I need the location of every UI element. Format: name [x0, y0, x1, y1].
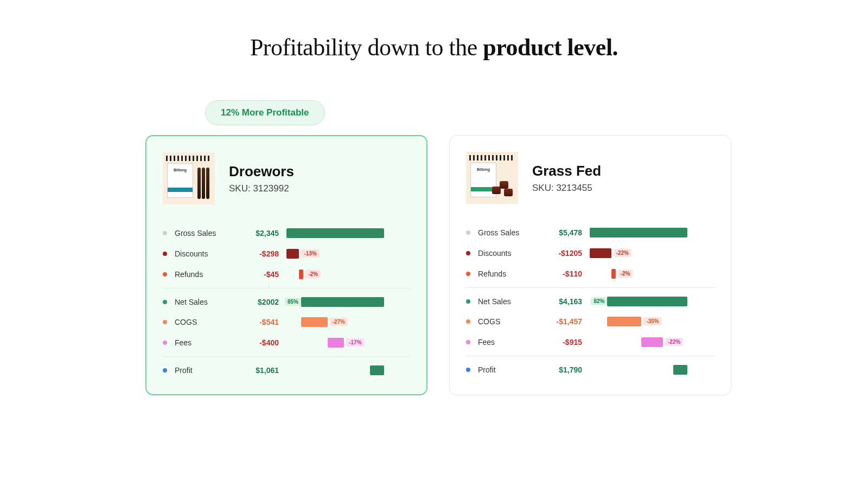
metric-value-cogs: -$541	[239, 318, 282, 326]
metric-bar-gross_sales	[590, 228, 687, 237]
metric-row-net_sales: Net Sales $4,163 82%	[466, 287, 714, 311]
legend-dot-profit	[466, 368, 470, 372]
metric-value-refunds: -$110	[542, 269, 585, 278]
metric-bar-net_sales: 85%	[286, 297, 384, 307]
metric-row-refunds: Refunds -$45 -2%	[163, 264, 410, 285]
metric-label-gross_sales: Gross Sales	[175, 229, 234, 237]
metric-value-profit: $1,061	[239, 366, 282, 375]
metric-bar-discounts: -13%	[286, 249, 384, 259]
metric-bar-cogs: -35%	[590, 317, 687, 326]
product-sku: SKU: 3213455	[532, 183, 601, 194]
metric-label-profit: Profit	[478, 365, 538, 374]
metric-bar-fees: -22%	[590, 337, 687, 347]
product-card-droewors[interactable]: Biltong Droewors SKU: 3123992 Gross Sale…	[145, 135, 427, 395]
metric-value-net_sales: $2002	[239, 298, 282, 306]
metric-value-net_sales: $4,163	[542, 297, 585, 306]
legend-dot-fees	[466, 340, 470, 344]
legend-dot-fees	[163, 341, 167, 345]
metric-label-discounts: Discounts	[478, 249, 538, 258]
metric-label-fees: Fees	[478, 338, 538, 346]
legend-dot-refunds	[163, 272, 167, 277]
pct-badge-cogs: -27%	[330, 318, 348, 326]
metric-rows: Gross Sales $5,478 Discounts -$1205 -22%…	[466, 222, 714, 380]
legend-dot-cogs	[466, 319, 470, 324]
metric-row-net_sales: Net Sales $2002 85%	[163, 288, 410, 312]
metric-rows: Gross Sales $2,345 Discounts -$298 -13% …	[163, 223, 410, 380]
metric-label-net_sales: Net Sales	[175, 298, 234, 306]
metric-label-refunds: Refunds	[175, 270, 234, 279]
metric-label-gross_sales: Gross Sales	[478, 228, 538, 237]
legend-dot-profit	[163, 368, 167, 373]
product-card-grassfed[interactable]: Biltong Grass Fed SKU: 3213455 Gross Sal…	[449, 135, 731, 395]
metric-bar-profit	[590, 365, 687, 375]
pct-badge-discounts: -22%	[614, 249, 631, 257]
product-sku: SKU: 3123992	[229, 183, 294, 194]
pct-badge-discounts: -13%	[301, 249, 319, 258]
metric-bar-discounts: -22%	[590, 248, 687, 258]
metric-row-profit: Profit $1,790	[466, 356, 714, 380]
metric-label-fees: Fees	[175, 338, 234, 347]
product-header: Biltong Droewors SKU: 3123992	[163, 152, 410, 204]
pct-badge-fees: -17%	[346, 338, 364, 346]
legend-dot-gross_sales	[163, 231, 167, 235]
legend-dot-discounts	[466, 251, 470, 255]
metric-label-net_sales: Net Sales	[478, 297, 538, 306]
product-thumb: Biltong	[466, 152, 518, 204]
metric-value-discounts: -$1205	[542, 249, 585, 258]
product-name: Grass Fed	[532, 163, 601, 179]
metric-value-profit: $1,790	[542, 365, 585, 374]
metric-value-fees: -$915	[542, 338, 585, 346]
legend-dot-cogs	[163, 320, 167, 324]
metric-row-profit: Profit $1,061	[163, 356, 410, 380]
pct-badge-refunds: -2%	[305, 270, 321, 278]
product-name: Droewors	[229, 163, 294, 180]
metric-bar-gross_sales	[286, 228, 384, 238]
metric-label-discounts: Discounts	[175, 249, 234, 258]
metric-value-cogs: -$1,457	[542, 317, 585, 326]
metric-label-profit: Profit	[175, 366, 234, 375]
metric-bar-net_sales: 82%	[590, 297, 687, 306]
metric-bar-refunds: -2%	[590, 269, 687, 279]
metric-value-gross_sales: $2,345	[239, 229, 282, 237]
metric-row-cogs: COGS -$541 -27%	[163, 312, 410, 332]
metric-bar-profit	[286, 365, 384, 375]
legend-dot-refunds	[466, 272, 470, 276]
pct-badge-net_sales: 85%	[285, 298, 301, 306]
metric-row-fees: Fees -$400 -17%	[163, 332, 410, 353]
metric-row-gross_sales: Gross Sales $2,345	[163, 223, 410, 243]
metric-row-refunds: Refunds -$110 -2%	[466, 264, 714, 284]
metric-label-cogs: COGS	[478, 317, 538, 326]
metric-row-fees: Fees -$915 -22%	[466, 332, 714, 352]
profitability-badge: 12% More Profitable	[205, 100, 325, 125]
metric-bar-fees: -17%	[286, 338, 384, 348]
metric-label-refunds: Refunds	[478, 269, 538, 278]
metric-bar-refunds: -2%	[286, 269, 384, 279]
page-title-plain: Profitability down to the	[250, 34, 483, 61]
product-header: Biltong Grass Fed SKU: 3213455	[466, 152, 714, 204]
legend-dot-discounts	[163, 252, 167, 256]
metric-value-fees: -$400	[239, 338, 282, 347]
page-title-bold: product level.	[483, 34, 618, 61]
metric-value-gross_sales: $5,478	[542, 228, 585, 237]
metric-value-discounts: -$298	[239, 249, 282, 258]
pct-badge-refunds: -2%	[618, 269, 633, 278]
pct-badge-fees: -22%	[665, 338, 683, 346]
legend-dot-net_sales	[163, 300, 167, 304]
metric-value-refunds: -$45	[239, 270, 282, 279]
metric-bar-cogs: -27%	[286, 317, 384, 327]
product-cards: Biltong Droewors SKU: 3123992 Gross Sale…	[0, 135, 868, 395]
metric-row-discounts: Discounts -$1205 -22%	[466, 243, 714, 264]
page-title: Profitability down to the product level.	[0, 34, 868, 61]
metric-row-discounts: Discounts -$298 -13%	[163, 243, 410, 264]
metric-row-gross_sales: Gross Sales $5,478	[466, 222, 714, 243]
product-thumb: Biltong	[163, 152, 215, 204]
pct-badge-net_sales: 82%	[591, 297, 607, 305]
legend-dot-gross_sales	[466, 230, 470, 235]
metric-label-cogs: COGS	[175, 318, 234, 326]
metric-row-cogs: COGS -$1,457 -35%	[466, 311, 714, 332]
pct-badge-cogs: -35%	[643, 317, 661, 325]
legend-dot-net_sales	[466, 299, 470, 304]
